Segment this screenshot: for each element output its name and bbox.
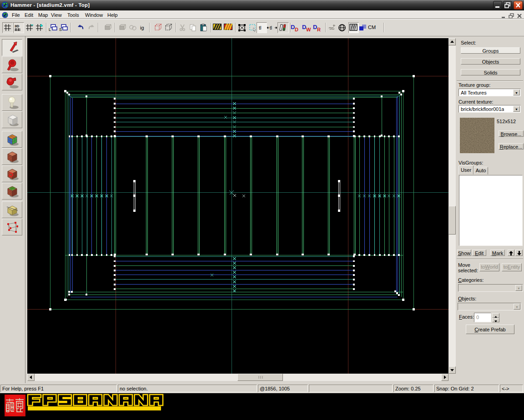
svg-text:S: S	[59, 27, 62, 31]
svg-text:R: R	[317, 27, 321, 32]
svg-text:W: W	[306, 27, 311, 32]
svg-text:L: L	[49, 27, 51, 31]
svg-text:D: D	[302, 24, 306, 30]
svg-text:ig: ig	[140, 25, 144, 30]
svg-text:D: D	[313, 24, 317, 30]
svg-text:D: D	[295, 27, 298, 32]
svg-text:D: D	[291, 24, 295, 30]
svg-text:tl: tl	[259, 25, 262, 30]
svg-text:3D: 3D	[15, 24, 19, 28]
svg-text:CM: CM	[368, 25, 376, 30]
svg-text:tl: tl	[270, 25, 272, 30]
